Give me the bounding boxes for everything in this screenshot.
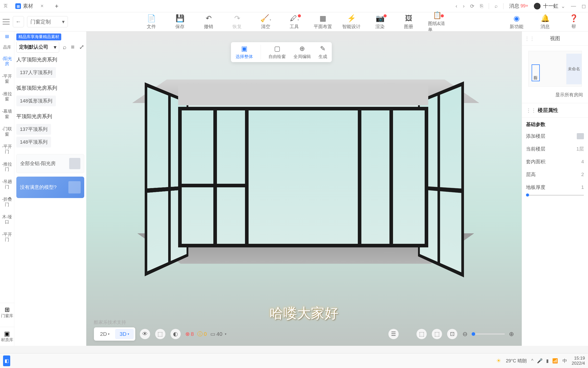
product-card[interactable]: 全部全铝-阳光房	[16, 154, 84, 173]
subtool-global-edit[interactable]: ⊕ 全局编辑	[293, 45, 311, 60]
nav-swing-door[interactable]: -平开门	[0, 143, 14, 156]
tool-undo[interactable]: ↶ 撤销	[199, 14, 218, 30]
nav-curtain-wall[interactable]: -幕墙窗	[0, 108, 14, 120]
thickness-slider[interactable]	[522, 194, 588, 200]
chip-148-arc[interactable]: 148弧形顶系列	[16, 96, 56, 106]
view-3d-button[interactable]: 3D▾	[115, 329, 134, 339]
tool-render[interactable]: 📷 渲染	[371, 14, 389, 30]
nav-forward-icon[interactable]: ›	[463, 3, 465, 9]
chip-137-flat[interactable]: 137平顶系列	[16, 124, 51, 135]
nav-folding-door[interactable]: -折叠门	[0, 196, 14, 208]
show-all-rooms-link[interactable]: 显示所有房间	[527, 92, 583, 98]
wall-count[interactable]: ▭40▾	[210, 331, 226, 337]
search-icon[interactable]: ⌕	[495, 3, 498, 9]
nav-wood-trim[interactable]: 木-垭口	[0, 213, 14, 226]
minimize-icon[interactable]: —	[571, 3, 576, 9]
minimap[interactable]: 阳台 未命名 显示所有房间	[522, 46, 588, 103]
window-lib-icon[interactable]: ⊞	[0, 306, 14, 313]
chip-137-gable[interactable]: 137人字顶系列	[16, 67, 56, 78]
focus-icon[interactable]: ⊡	[447, 329, 457, 339]
back-button[interactable]: ←	[13, 16, 24, 27]
layers-icon[interactable]: ☰	[388, 329, 399, 339]
tray-chevron-icon[interactable]: ^	[531, 358, 533, 364]
maximize-icon[interactable]: ◻	[582, 3, 586, 9]
prop-area[interactable]: 套内面积 4	[522, 155, 588, 168]
material-lib-icon[interactable]: ▣	[0, 330, 14, 337]
viewport-3d	[86, 31, 522, 346]
subtool-free-draw[interactable]: ▢ 自由绘窗	[268, 45, 286, 60]
pin-icon[interactable]: 页	[2, 3, 9, 10]
tool-gallery[interactable]: 🖼 图册	[399, 14, 418, 30]
weather-text[interactable]: 29°C 晴朗	[506, 358, 526, 364]
tool-help[interactable]: ❓ 帮	[565, 14, 583, 30]
canvas-viewport[interactable]: 酷家乐技术支持 哈喽大家好 2D▾ 3D▾ 👁 ⬚ ◐ ⊗8 ⓘ0 ▭40▾ ☰…	[86, 31, 522, 346]
subtool-generate[interactable]: ✎ 生成	[318, 45, 327, 60]
chevron-down-icon: ⌄	[561, 3, 565, 9]
chip-148-flat[interactable]: 148平顶系列	[16, 137, 51, 147]
nav-back-icon[interactable]: ‹	[456, 3, 457, 9]
zoom-out-icon[interactable]: ⊖	[462, 330, 468, 338]
visibility-icon[interactable]: 👁	[140, 329, 150, 339]
zoom-in-icon[interactable]: ⊕	[509, 330, 514, 338]
search-icon[interactable]: ⌕	[63, 43, 66, 51]
minimap-balcony[interactable]: 阳台	[532, 64, 540, 81]
frame-icon[interactable]: ⬚	[416, 329, 427, 339]
tool-tools[interactable]: 🖊▾ 工具	[285, 14, 303, 30]
tool-clear[interactable]: 🧹▾ 清空	[256, 14, 275, 30]
tool-messages[interactable]: 🔔 消息	[536, 14, 554, 30]
refresh-icon[interactable]: ⟳	[470, 3, 474, 9]
tool-save[interactable]: 💾 保存	[171, 14, 189, 30]
new-tab-button[interactable]: +	[55, 3, 58, 10]
windows-taskbar: ◧ ☀ 29°C 晴朗 ^ 🎤 ▮ 📶 中 15:19 2022/4	[0, 353, 588, 368]
nav-swing-door-2[interactable]: -平开门	[0, 231, 14, 244]
subtool-select-whole[interactable]: ▣ 选择整体	[236, 45, 253, 60]
tray-mic-icon[interactable]: 🎤	[537, 358, 543, 364]
tray-wifi-icon[interactable]: 📶	[552, 358, 558, 364]
close-tab-icon[interactable]: ✕	[40, 4, 44, 8]
tray-battery-icon[interactable]: ▮	[546, 358, 549, 364]
layers-icon	[577, 133, 584, 139]
error-count[interactable]: ⊗8	[185, 331, 194, 337]
messages-button[interactable]: 消息 99+	[509, 3, 528, 9]
prop-floor-thickness[interactable]: 地板厚度 1	[522, 181, 588, 194]
drag-handle-icon[interactable]: ⋮⋮	[524, 36, 535, 42]
speed-icon[interactable]: ◐	[170, 329, 181, 339]
tool-layout[interactable]: ▦ 平面布置	[314, 14, 332, 30]
expand-icon[interactable]: ⤢	[79, 43, 84, 51]
zoom-slider[interactable]	[472, 334, 505, 335]
library-icon[interactable]: ▤	[4, 32, 11, 40]
weather-icon: ☀	[496, 358, 501, 364]
tool-drawings[interactable]: 📋 图纸&清单	[428, 14, 446, 30]
prop-add-floor[interactable]: 添加楼层	[522, 130, 588, 143]
tool-file[interactable]: 📄 文件	[142, 14, 161, 30]
tool-new-features[interactable]: ◉ 新功能	[507, 14, 526, 30]
nav-sliding-window[interactable]: -推拉窗	[0, 90, 14, 103]
panel-header: ⋮⋮ 视图	[522, 31, 588, 46]
filter-icon[interactable]: ≡	[71, 43, 75, 51]
frame2-icon[interactable]: ⬚	[432, 329, 442, 339]
drag-handle-icon[interactable]: ⋮⋮	[526, 107, 536, 113]
user-menu[interactable]: 十一虹 ⌄	[534, 3, 565, 9]
nav-sliding-door[interactable]: -推拉门	[0, 161, 14, 173]
wrench-icon: 🖊▾	[290, 14, 299, 22]
tool-smart-design[interactable]: ⚡ 智能设计	[342, 14, 361, 30]
nav-sunroom[interactable]: -阳光房	[0, 55, 14, 68]
menu-icon[interactable]	[3, 19, 10, 25]
mode-selector[interactable]: 门窗定制 ▾	[27, 16, 68, 27]
ime-indicator[interactable]: 中	[562, 358, 567, 364]
no-model-prompt[interactable]: 没有满意的模型?	[16, 177, 84, 198]
taskbar-clock[interactable]: 15:19 2022/4	[572, 356, 585, 366]
copy-icon[interactable]: ⎘	[480, 3, 483, 9]
warning-count[interactable]: ⓘ0	[197, 330, 207, 338]
taskbar-app-icon[interactable]: ◧	[3, 355, 10, 366]
nav-casement-window[interactable]: -平开窗	[0, 73, 14, 85]
box-icon[interactable]: ⬚	[155, 329, 165, 339]
nav-hanging-door[interactable]: -吊趟门	[0, 178, 14, 191]
prop-current-floor[interactable]: 当前楼层 1层	[522, 143, 588, 155]
prop-height[interactable]: 层高 2	[522, 168, 588, 181]
browser-tab[interactable]: ▦ 素材 ✕	[11, 1, 48, 12]
company-selector[interactable]: 定制默认公司 ▾	[16, 41, 59, 53]
view-2d-button[interactable]: 2D▾	[95, 329, 114, 339]
nav-door-window[interactable]: -门联窗	[0, 125, 14, 138]
minimap-room[interactable]: 未命名	[566, 54, 582, 84]
